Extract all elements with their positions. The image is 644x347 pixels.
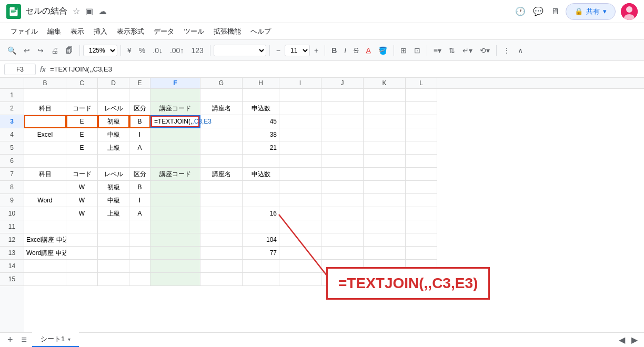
cell-c13[interactable] bbox=[66, 247, 98, 260]
cell-e13[interactable] bbox=[129, 247, 150, 260]
cell-c12[interactable] bbox=[66, 233, 98, 247]
cell-d10[interactable]: 上級 bbox=[98, 207, 129, 220]
cell-l7[interactable] bbox=[406, 168, 437, 181]
cloud-icon[interactable]: ☁ bbox=[97, 5, 108, 17]
row-header-14[interactable]: 14 bbox=[0, 260, 24, 273]
row-header-12[interactable]: 12 bbox=[0, 233, 24, 247]
cell-i11[interactable] bbox=[279, 220, 321, 233]
cell-j13[interactable] bbox=[321, 247, 364, 260]
cell-k11[interactable] bbox=[364, 220, 406, 233]
col-header-h[interactable]: H bbox=[243, 78, 279, 88]
row-header-5[interactable]: 5 bbox=[0, 141, 24, 155]
cell-reference[interactable] bbox=[4, 64, 36, 75]
cell-k6[interactable] bbox=[364, 155, 406, 168]
increase-decimal-icon[interactable]: .00↑ bbox=[167, 44, 187, 57]
cell-k9[interactable] bbox=[364, 194, 406, 207]
cell-l8[interactable] bbox=[406, 181, 437, 194]
cell-g2[interactable]: 講座名 bbox=[200, 102, 243, 115]
cell-h12[interactable]: 104 bbox=[243, 233, 279, 247]
cell-e3[interactable]: B bbox=[129, 115, 150, 128]
tab-nav-left[interactable]: ◀ bbox=[617, 334, 627, 346]
paint-format-icon[interactable]: 🗐 bbox=[63, 44, 76, 57]
decrease-font-icon[interactable]: − bbox=[273, 44, 284, 57]
menu-file[interactable]: ファイル bbox=[6, 25, 42, 38]
decrease-decimal-icon[interactable]: .0↓ bbox=[149, 44, 166, 57]
cell-e8[interactable]: B bbox=[129, 181, 150, 194]
cell-i2[interactable] bbox=[279, 102, 321, 115]
cell-b1[interactable] bbox=[24, 89, 66, 102]
col-header-j[interactable]: J bbox=[321, 78, 364, 88]
star-icon[interactable]: ☆ bbox=[72, 5, 81, 17]
cell-l9[interactable] bbox=[406, 194, 437, 207]
percent-icon[interactable]: % bbox=[136, 44, 148, 57]
cell-e15[interactable] bbox=[129, 273, 150, 286]
cell-i6[interactable] bbox=[279, 155, 321, 168]
cell-d13[interactable] bbox=[98, 247, 129, 260]
cell-l13[interactable] bbox=[406, 247, 437, 260]
menu-data[interactable]: データ bbox=[149, 25, 178, 38]
cell-k1[interactable] bbox=[364, 89, 406, 102]
cell-j4[interactable] bbox=[321, 128, 364, 141]
cell-e9[interactable]: I bbox=[129, 194, 150, 207]
cell-e11[interactable] bbox=[129, 220, 150, 233]
menu-edit[interactable]: 編集 bbox=[43, 25, 65, 38]
increase-font-icon[interactable]: + bbox=[311, 44, 321, 57]
row-header-7[interactable]: 7 bbox=[0, 168, 24, 181]
cell-l2[interactable] bbox=[406, 102, 437, 115]
cell-d7[interactable]: レベル bbox=[98, 168, 129, 181]
merge-icon[interactable]: ⊡ bbox=[411, 44, 424, 57]
cell-l1[interactable] bbox=[406, 89, 437, 102]
cell-l3[interactable] bbox=[406, 115, 437, 128]
cell-b14[interactable] bbox=[24, 260, 66, 273]
col-header-b[interactable]: B bbox=[24, 78, 66, 88]
cell-g4[interactable] bbox=[200, 128, 243, 141]
row-header-6[interactable]: 6 bbox=[0, 155, 24, 168]
cell-e10[interactable]: A bbox=[129, 207, 150, 220]
cell-b5[interactable] bbox=[24, 141, 66, 155]
cell-i10[interactable] bbox=[279, 207, 321, 220]
cell-j7[interactable] bbox=[321, 168, 364, 181]
cell-i4[interactable] bbox=[279, 128, 321, 141]
cell-d11[interactable] bbox=[98, 220, 129, 233]
share-button[interactable]: 🔒 共有 ▾ bbox=[566, 3, 616, 20]
cell-b9[interactable]: Word bbox=[24, 194, 66, 207]
cell-b3[interactable] bbox=[24, 115, 66, 128]
collapse-icon[interactable]: ∧ bbox=[515, 44, 526, 57]
cell-d3[interactable]: 初級 bbox=[98, 115, 129, 128]
cell-g5[interactable] bbox=[200, 141, 243, 155]
tab-nav-right[interactable]: ▶ bbox=[629, 334, 640, 346]
cell-j5[interactable] bbox=[321, 141, 364, 155]
history-icon[interactable]: 🕐 bbox=[514, 5, 527, 17]
col-header-e[interactable]: E bbox=[129, 78, 150, 88]
cell-c8[interactable]: W bbox=[66, 181, 98, 194]
cell-i3[interactable] bbox=[279, 115, 321, 128]
cell-g11[interactable] bbox=[200, 220, 243, 233]
cell-d12[interactable] bbox=[98, 233, 129, 247]
cell-j8[interactable] bbox=[321, 181, 364, 194]
cell-b13[interactable]: Word講座 申込者数合計 bbox=[24, 247, 66, 260]
strikethrough-icon[interactable]: S bbox=[350, 44, 361, 57]
drive-icon[interactable]: ▣ bbox=[84, 5, 94, 17]
cell-f10[interactable] bbox=[150, 207, 200, 220]
undo-icon[interactable]: ↩ bbox=[21, 44, 33, 57]
cell-e2[interactable]: 区分 bbox=[129, 102, 150, 115]
zoom-select[interactable]: 125%100%75% bbox=[83, 45, 117, 56]
cell-d15[interactable] bbox=[98, 273, 129, 286]
cell-h5[interactable]: 21 bbox=[243, 141, 279, 155]
text-color-icon[interactable]: A bbox=[363, 44, 374, 57]
cell-h6[interactable] bbox=[243, 155, 279, 168]
cell-b6[interactable] bbox=[24, 155, 66, 168]
cell-h11[interactable] bbox=[243, 220, 279, 233]
cell-g6[interactable] bbox=[200, 155, 243, 168]
cell-c7[interactable]: コード bbox=[66, 168, 98, 181]
cell-k3[interactable] bbox=[364, 115, 406, 128]
print-icon[interactable]: 🖨 bbox=[48, 44, 62, 57]
cell-h15[interactable] bbox=[243, 273, 279, 286]
row-header-1[interactable]: 1 bbox=[0, 89, 24, 102]
cell-i5[interactable] bbox=[279, 141, 321, 155]
more-formats-icon[interactable]: 123 bbox=[188, 44, 206, 57]
cell-g13[interactable] bbox=[200, 247, 243, 260]
cell-c10[interactable]: W bbox=[66, 207, 98, 220]
cell-h4[interactable]: 38 bbox=[243, 128, 279, 141]
currency-icon[interactable]: ¥ bbox=[124, 44, 135, 57]
